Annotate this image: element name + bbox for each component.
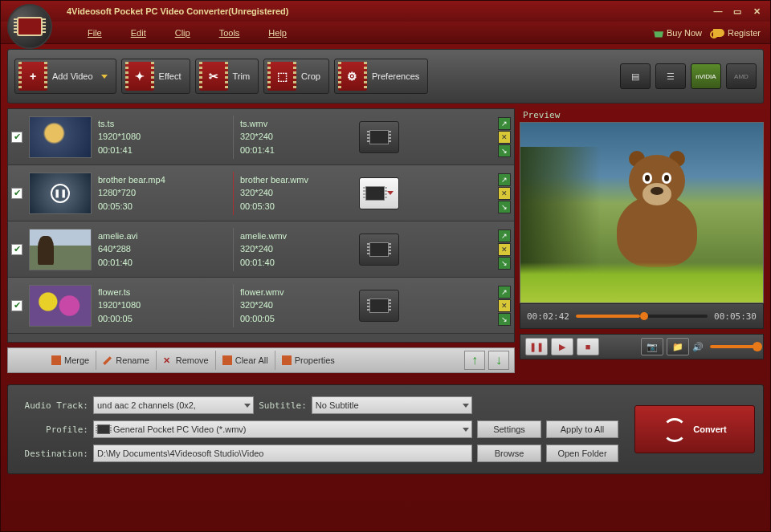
minimize-button[interactable]: — <box>711 6 725 17</box>
row-delete-button[interactable]: ✕ <box>498 243 511 256</box>
file-row[interactable]: ✔ amelie.avi640*28800:01:40 amelie.wmv32… <box>8 221 514 278</box>
snapshot-button[interactable]: 📷 <box>641 338 663 355</box>
row-down-button[interactable]: ↘ <box>498 144 511 157</box>
convert-button[interactable]: Convert <box>634 405 755 453</box>
cart-icon <box>652 28 663 38</box>
subtitle-select[interactable]: No Subtitle <box>312 396 472 414</box>
menu-clip[interactable]: Clip <box>161 25 205 41</box>
rename-button[interactable]: Rename <box>96 351 157 370</box>
move-up-button[interactable]: ↑ <box>464 351 485 370</box>
crop-icon: ⬚ <box>267 62 296 91</box>
audio-track-select[interactable]: und aac 2 channels (0x2, <box>93 396 254 414</box>
browse-button[interactable]: Browse <box>477 445 541 462</box>
preview-panel: Preview 00:02:42 <box>520 108 764 373</box>
total-time: 00:05:30 <box>714 311 757 322</box>
audio-track-label: Audio Track: <box>16 400 88 411</box>
close-button[interactable]: ✕ <box>749 6 764 17</box>
remove-icon: ✕ <box>163 355 173 365</box>
checkbox[interactable]: ✔ <box>11 300 22 311</box>
destination-input[interactable]: D:\My Documents\4Videosoft Studio\Video <box>93 445 472 462</box>
thumbnail <box>29 285 92 327</box>
volume-slider[interactable] <box>710 345 758 348</box>
row-delete-button[interactable]: ✕ <box>498 187 511 200</box>
add-video-button[interactable]: + Add Video <box>14 59 116 94</box>
settings-button[interactable]: Settings <box>477 420 541 438</box>
app-window: 4Videosoft Pocket PC Video Converter(Unr… <box>0 0 771 532</box>
effect-button[interactable]: ✦ Effect <box>121 59 190 94</box>
film-icon <box>369 298 389 313</box>
profile-select[interactable]: General Pocket PC Video (*.wmv) <box>93 420 472 438</box>
merge-button[interactable]: Merge <box>45 351 96 370</box>
subtitle-label: Subtitle: <box>259 400 307 411</box>
buy-now-link[interactable]: Buy Now <box>652 28 702 38</box>
app-logo <box>7 4 55 52</box>
stop-button[interactable]: ■ <box>577 338 599 355</box>
seek-slider[interactable] <box>576 315 708 318</box>
register-link[interactable]: Register <box>713 28 761 38</box>
remove-button[interactable]: ✕Remove <box>157 351 216 370</box>
preview-controls: ❚❚ ▶ ■ 📷 📁 🔊 <box>520 334 764 359</box>
menu-tools[interactable]: Tools <box>205 25 255 41</box>
file-list: ✔ ts.ts1920*108000:01:41 ts.wmv320*24000… <box>7 108 515 343</box>
open-folder-button[interactable]: 📁 <box>667 338 689 355</box>
format-button[interactable] <box>359 177 399 209</box>
volume-icon: 🔊 <box>692 342 704 352</box>
row-up-button[interactable]: ↗ <box>498 117 511 130</box>
film-icon <box>365 186 385 201</box>
properties-button[interactable]: Properties <box>275 351 341 370</box>
preview-video[interactable] <box>520 122 764 303</box>
row-delete-button[interactable]: ✕ <box>498 299 511 312</box>
pause-button[interactable]: ❚❚ <box>525 338 548 355</box>
list-toolbar: Merge Rename ✕Remove Clear All Propertie… <box>7 347 515 373</box>
row-delete-button[interactable]: ✕ <box>498 131 511 144</box>
row-down-button[interactable]: ↘ <box>498 201 511 213</box>
main-toolbar: + Add Video ✦ Effect ✂ Trim ⬚ Crop ⚙ Pre… <box>7 49 764 104</box>
checkbox[interactable]: ✔ <box>11 244 22 255</box>
checkbox[interactable]: ✔ <box>11 188 22 199</box>
format-button[interactable] <box>359 234 399 266</box>
effect-icon: ✦ <box>125 62 154 91</box>
destination-label: Destination: <box>16 449 88 459</box>
file-row[interactable]: ✔ flower.ts1920*108000:00:05 flower.wmv3… <box>8 278 514 334</box>
chevron-down-icon <box>244 404 251 408</box>
clear-icon <box>222 355 232 365</box>
crop-button[interactable]: ⬚ Crop <box>263 59 329 94</box>
row-up-button[interactable]: ↗ <box>498 173 511 186</box>
maximize-button[interactable]: ▭ <box>730 6 744 17</box>
preview-label: Preview <box>520 108 764 122</box>
view-thumb-button[interactable]: ▤ <box>620 63 651 89</box>
format-button[interactable] <box>359 290 399 322</box>
gear-icon: ⚙ <box>338 62 367 91</box>
amd-badge: AMD <box>726 63 757 89</box>
convert-icon <box>663 418 685 441</box>
profile-label: Profile: <box>16 424 88 435</box>
preferences-button[interactable]: ⚙ Preferences <box>334 59 428 94</box>
chevron-down-icon <box>387 191 394 195</box>
bottom-panel: Audio Track: und aac 2 channels (0x2, Su… <box>7 384 764 474</box>
move-down-button[interactable]: ↓ <box>488 351 509 370</box>
titlebar: 4Videosoft Pocket PC Video Converter(Unr… <box>1 1 770 22</box>
menu-help[interactable]: Help <box>254 25 301 41</box>
format-button[interactable] <box>359 121 399 153</box>
file-row[interactable]: ✔ ts.ts1920*108000:01:41 ts.wmv320*24000… <box>8 109 514 165</box>
row-up-button[interactable]: ↗ <box>498 229 511 242</box>
checkbox[interactable]: ✔ <box>11 132 22 143</box>
row-down-button[interactable]: ↘ <box>498 313 511 326</box>
apply-to-all-button[interactable]: Apply to All <box>546 420 618 438</box>
play-button[interactable]: ▶ <box>551 338 573 355</box>
open-folder-button[interactable]: Open Folder <box>546 445 618 462</box>
current-time: 00:02:42 <box>527 311 569 322</box>
menubar: File Edit Clip Tools Help Buy Now Regist… <box>1 22 770 44</box>
clear-all-button[interactable]: Clear All <box>216 351 275 370</box>
row-down-button[interactable]: ↘ <box>498 257 511 270</box>
trim-button[interactable]: ✂ Trim <box>195 59 259 94</box>
properties-icon <box>282 355 292 365</box>
thumbnail <box>29 116 92 158</box>
file-row[interactable]: ✔ brother bear.mp41280*72000:05:30 broth… <box>8 165 514 221</box>
nvidia-badge: nVIDIA <box>691 63 721 89</box>
view-list-button[interactable]: ☰ <box>655 63 686 89</box>
row-up-button[interactable]: ↗ <box>498 286 511 298</box>
thumbnail <box>29 173 92 214</box>
menu-edit[interactable]: Edit <box>116 25 161 41</box>
menu-file[interactable]: File <box>73 25 116 41</box>
